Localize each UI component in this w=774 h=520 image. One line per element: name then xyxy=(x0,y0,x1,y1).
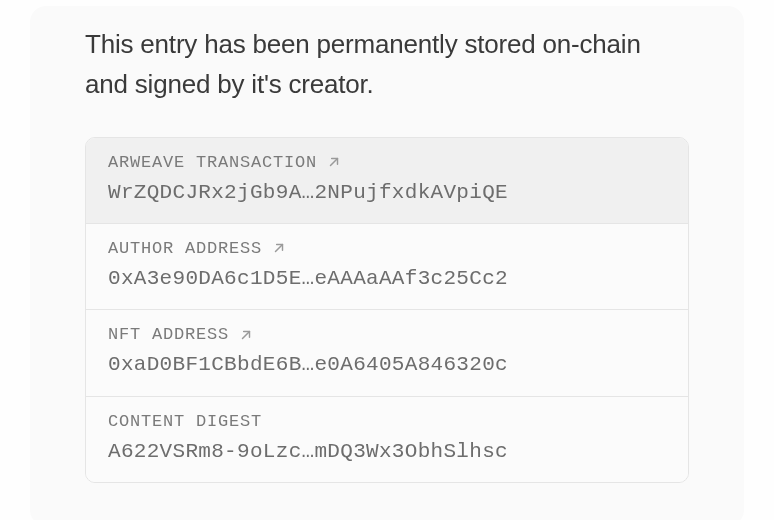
content-digest-row: CONTENT DIGEST A622VSRm8-9oLzc…mDQ3Wx3Ob… xyxy=(86,397,688,482)
author-address-row[interactable]: AUTHOR ADDRESS 0xA3e90DA6c1D5E…eAAAaAAf3… xyxy=(86,224,688,310)
record-label-line: NFT ADDRESS xyxy=(108,325,666,344)
nft-address-value: 0xaD0BF1CBbdE6B…e0A6405A846320c xyxy=(108,350,666,379)
external-link-icon xyxy=(239,328,253,342)
external-link-icon xyxy=(272,241,286,255)
record-label-line: AUTHOR ADDRESS xyxy=(108,239,666,258)
author-address-label: AUTHOR ADDRESS xyxy=(108,239,262,258)
author-address-value: 0xA3e90DA6c1D5E…eAAAaAAf3c25Cc2 xyxy=(108,264,666,293)
arweave-transaction-label: ARWEAVE TRANSACTION xyxy=(108,153,317,172)
content-digest-value: A622VSRm8-9oLzc…mDQ3Wx3ObhSlhsc xyxy=(108,437,666,466)
onchain-info-card: This entry has been permanently stored o… xyxy=(30,6,744,520)
content-digest-label: CONTENT DIGEST xyxy=(108,412,262,431)
records-list: ARWEAVE TRANSACTION WrZQDCJRx2jGb9A…2NPu… xyxy=(85,137,689,484)
description-text: This entry has been permanently stored o… xyxy=(85,24,689,105)
nft-address-label: NFT ADDRESS xyxy=(108,325,229,344)
svg-line-1 xyxy=(276,245,283,252)
record-label-line: CONTENT DIGEST xyxy=(108,412,666,431)
svg-line-2 xyxy=(243,331,250,338)
arweave-transaction-row[interactable]: ARWEAVE TRANSACTION WrZQDCJRx2jGb9A…2NPu… xyxy=(86,138,688,224)
record-label-line: ARWEAVE TRANSACTION xyxy=(108,153,666,172)
svg-line-0 xyxy=(331,159,338,166)
nft-address-row[interactable]: NFT ADDRESS 0xaD0BF1CBbdE6B…e0A6405A8463… xyxy=(86,310,688,396)
arweave-transaction-value: WrZQDCJRx2jGb9A…2NPujfxdkAVpiQE xyxy=(108,178,666,207)
external-link-icon xyxy=(327,155,341,169)
